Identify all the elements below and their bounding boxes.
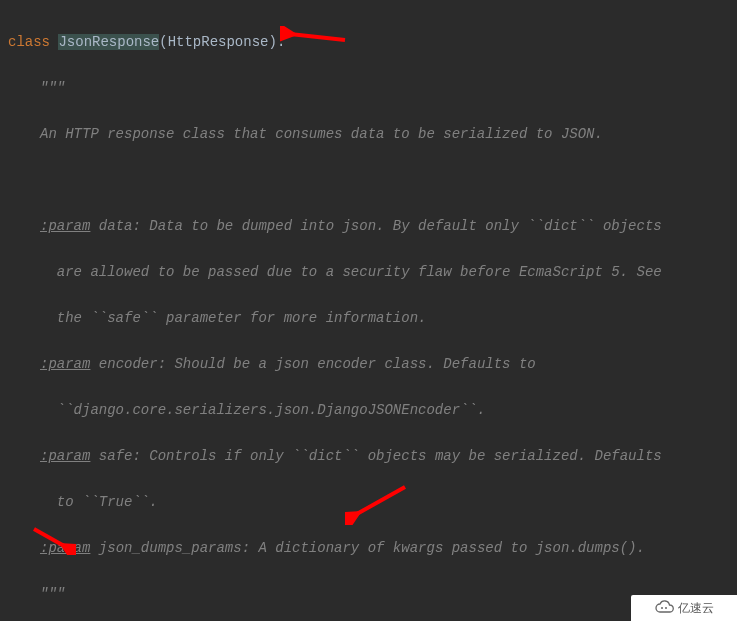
watermark-badge: 亿速云 xyxy=(631,595,737,621)
code-line: :param safe: Controls if only ``dict`` o… xyxy=(8,445,737,468)
class-name-highlight: JsonResponse xyxy=(58,34,159,50)
code-line: :param json_dumps_params: A dictionary o… xyxy=(8,537,737,560)
cloud-icon xyxy=(654,600,674,616)
code-line: to ``True``. xyxy=(8,491,737,514)
watermark-text: 亿速云 xyxy=(678,597,714,620)
code-line xyxy=(8,169,737,192)
code-line: """ xyxy=(8,583,737,606)
svg-point-7 xyxy=(665,607,667,609)
keyword-class: class xyxy=(8,34,58,50)
code-line: :param encoder: Should be a json encoder… xyxy=(8,353,737,376)
svg-point-6 xyxy=(661,607,663,609)
code-line: ``django.core.serializers.json.DjangoJSO… xyxy=(8,399,737,422)
code-editor[interactable]: class JsonResponse(HttpResponse): """ An… xyxy=(8,8,737,621)
code-line: """ xyxy=(8,77,737,100)
code-line: :param data: Data to be dumped into json… xyxy=(8,215,737,238)
code-line: class JsonResponse(HttpResponse): xyxy=(8,31,737,54)
code-line: the ``safe`` parameter for more informat… xyxy=(8,307,737,330)
code-line: are allowed to be passed due to a securi… xyxy=(8,261,737,284)
code-line: An HTTP response class that consumes dat… xyxy=(8,123,737,146)
